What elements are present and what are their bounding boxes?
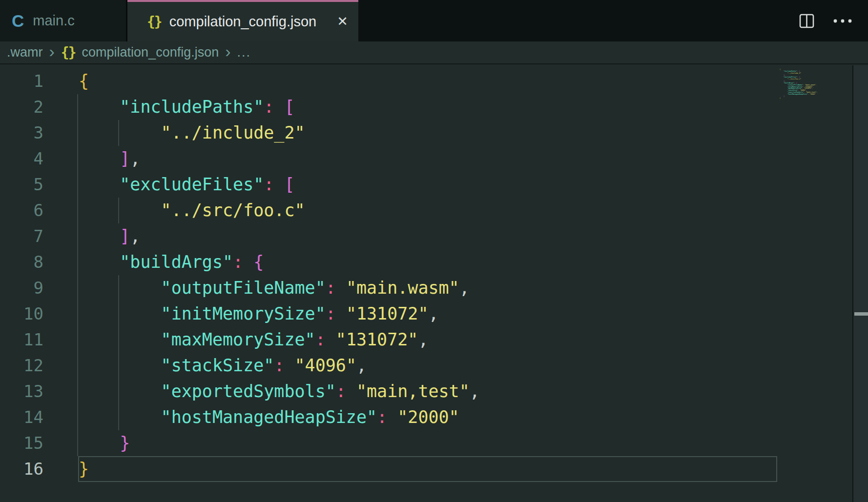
indent-guide [77, 249, 78, 275]
line-number[interactable]: 16 [0, 456, 43, 482]
line-number[interactable]: 14 [0, 404, 43, 430]
breadcrumb-item-file[interactable]: compilation_config.json [82, 45, 219, 60]
indent-guide [77, 327, 78, 353]
breadcrumb-item-symbol[interactable]: ... [237, 45, 251, 60]
code-text: } [79, 430, 130, 456]
indent-guide [77, 301, 78, 327]
close-icon[interactable]: ✕ [337, 15, 348, 28]
indent-guide [77, 120, 78, 146]
line-number[interactable]: 2 [0, 94, 43, 120]
overview-ruler[interactable] [852, 65, 868, 502]
code-text: "exportedSymbols": "main,test", [79, 379, 480, 404]
line-number[interactable]: 7 [0, 223, 43, 249]
tab-bar: C main.c {} compilation_config.json ✕ [0, 0, 868, 41]
line-number[interactable]: 13 [0, 379, 43, 404]
indent-guide [77, 430, 78, 456]
line-number[interactable]: 4 [0, 146, 43, 172]
line-number[interactable]: 10 [0, 301, 43, 327]
code-text: "initMemorySize": "131072", [79, 301, 439, 327]
code-line[interactable]: 10 "initMemorySize": "131072", [0, 301, 868, 327]
code-text: "stackSize": "4096", [79, 353, 367, 379]
indent-guide [77, 353, 78, 379]
line-number[interactable]: 5 [0, 172, 43, 198]
code-line[interactable]: 12 "stackSize": "4096", [0, 353, 868, 379]
chevron-right-icon: › [49, 42, 55, 61]
code-line[interactable]: 3 "../include_2" [0, 120, 868, 146]
minimap-line: "hostManagedHeapSize": "2000" [780, 93, 818, 95]
tab-main-c[interactable]: C main.c [0, 0, 127, 41]
tab-label: compilation_config.json [169, 14, 316, 30]
code-text: "../src/foo.c" [79, 198, 305, 223]
line-number[interactable]: 3 [0, 120, 43, 146]
code-line[interactable]: 5 "excludeFiles": [ [0, 172, 868, 198]
indent-guide [77, 172, 78, 198]
code-text: "buildArgs": { [79, 249, 264, 275]
breadcrumb-json-icon: {} [61, 44, 76, 60]
code-line[interactable]: 7 ], [0, 223, 868, 249]
line-number[interactable]: 6 [0, 198, 43, 223]
indent-guide [77, 146, 78, 172]
code-text: ], [79, 146, 140, 172]
code-line[interactable]: 1{ [0, 68, 868, 94]
code-line[interactable]: 6 "../src/foo.c" [0, 198, 868, 223]
tab-compilation-config-json[interactable]: {} compilation_config.json ✕ [127, 0, 358, 41]
overview-ruler-marker [854, 312, 868, 316]
tab-label: main.c [33, 13, 74, 29]
c-file-icon: C [12, 11, 24, 31]
indent-guide [77, 94, 78, 120]
code-line[interactable]: 13 "exportedSymbols": "main,test", [0, 379, 868, 404]
split-editor-icon[interactable] [799, 14, 814, 28]
code-text: "outputFileName": "main.wasm", [79, 275, 470, 301]
line-number[interactable]: 9 [0, 275, 43, 301]
code-text: "includePaths": [ [79, 94, 295, 120]
breadcrumb-item-folder[interactable]: .wamr [7, 45, 43, 60]
line-number[interactable]: 1 [0, 68, 43, 94]
editor-actions [799, 0, 868, 41]
line-number[interactable]: 15 [0, 430, 43, 456]
more-actions-icon[interactable] [833, 19, 852, 23]
code-line[interactable]: 2 "includePaths": [ [0, 94, 868, 120]
chevron-right-icon: › [225, 42, 230, 61]
indent-guide [77, 198, 78, 223]
code-line[interactable]: 15 } [0, 430, 868, 456]
line-number[interactable]: 12 [0, 353, 43, 379]
code-line[interactable]: 11 "maxMemorySize": "131072", [0, 327, 868, 353]
line-number[interactable]: 11 [0, 327, 43, 353]
code-text: "../include_2" [79, 120, 305, 146]
code-line[interactable]: 16} [0, 456, 868, 482]
json-file-icon: {} [147, 14, 162, 30]
indent-guide [77, 275, 78, 301]
indent-guide [77, 379, 78, 404]
code-text: { [79, 68, 89, 94]
minimap[interactable]: { "includePaths": [ "../include_2" ], "e… [780, 68, 818, 99]
code-text: ], [79, 223, 140, 249]
breadcrumb: .wamr › {} compilation_config.json › ... [0, 41, 868, 64]
line-number[interactable]: 8 [0, 249, 43, 275]
indent-guide [77, 404, 78, 430]
minimap-line: } [780, 97, 818, 99]
code-text: "hostManagedHeapSize": "2000" [79, 404, 459, 430]
code-line[interactable]: 14 "hostManagedHeapSize": "2000" [0, 404, 868, 430]
indent-guide [77, 223, 78, 249]
code-line[interactable]: 8 "buildArgs": { [0, 249, 868, 275]
code-line[interactable]: 9 "outputFileName": "main.wasm", [0, 275, 868, 301]
code-rows: 1{2 "includePaths": [3 "../include_2"4 ]… [0, 68, 868, 482]
current-line-highlight [78, 456, 777, 482]
editor-code-area[interactable]: 1{2 "includePaths": [3 "../include_2"4 ]… [0, 65, 868, 502]
code-text: } [79, 456, 89, 482]
code-line[interactable]: 4 ], [0, 146, 868, 172]
code-text: "maxMemorySize": "131072", [79, 327, 428, 353]
code-text: "excludeFiles": [ [79, 172, 295, 198]
